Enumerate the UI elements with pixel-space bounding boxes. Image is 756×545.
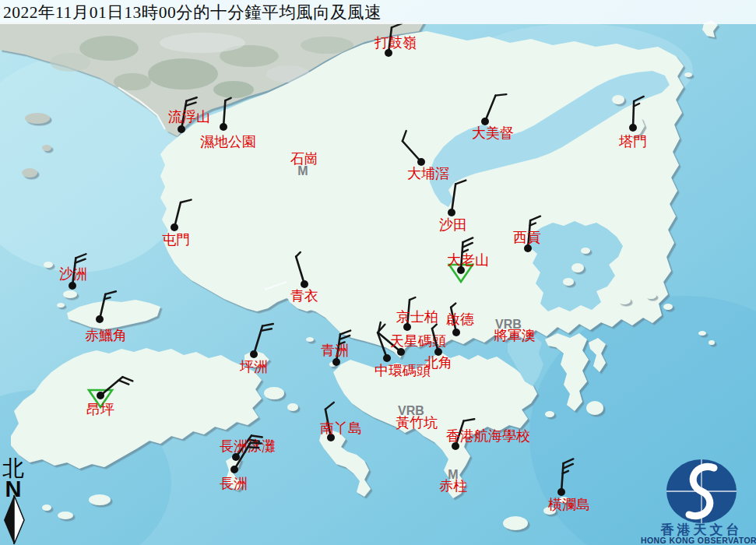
station-label: 將軍澳 (494, 328, 536, 343)
station-dot (97, 392, 104, 399)
station-label: 屯門 (162, 232, 190, 248)
map-canvas: 打鼓嶺流浮山濕地公園M石崗大美督塔門大埔滘沙田西貢大老山屯門青衣沙洲赤鱲角坪洲昂… (0, 0, 756, 545)
station-dot (250, 350, 258, 358)
station-label: 濕地公園 (200, 134, 256, 149)
station-label: 青洲 (321, 343, 349, 358)
wind-barb-tick (251, 443, 262, 444)
station-dot (452, 329, 460, 336)
station-dot (69, 282, 76, 290)
station-dot (448, 209, 455, 216)
station-label: 西貢 (513, 230, 541, 245)
station-label: 赤柱 (439, 478, 467, 494)
station-dot (232, 453, 240, 461)
station-dot (301, 280, 308, 288)
station-dot (230, 466, 238, 473)
station-dot (557, 488, 565, 496)
station-label: 大美督 (472, 125, 514, 141)
station-label: 中環碼頭 (374, 363, 431, 378)
station-label: 青衣 (290, 288, 318, 304)
station-label: 打鼓嶺 (374, 35, 417, 51)
station-dot (481, 118, 489, 125)
station-label: 長洲 (220, 476, 248, 491)
station-dot (629, 124, 637, 132)
station-label: 大老山 (447, 252, 489, 268)
station-dot (96, 315, 104, 323)
station-dot (332, 358, 340, 366)
station-label: 黃竹坑 (396, 415, 438, 431)
wind-barb-tick (495, 94, 506, 95)
station-dot (178, 125, 185, 133)
station-label: 橫瀾島 (548, 497, 590, 512)
station-dot (171, 223, 178, 231)
station-label: 南丫島 (320, 420, 362, 436)
station-label: 大埔滘 (407, 166, 449, 181)
station-label: 沙洲 (59, 266, 87, 282)
station-label: 赤鱲角 (85, 328, 127, 343)
station-label: 香港航海學校 (446, 428, 530, 444)
hko-wind-map: 打鼓嶺流浮山濕地公園M石崗大美督塔門大埔滘沙田西貢大老山屯門青衣沙洲赤鱲角坪洲昂… (0, 0, 756, 545)
station-dot (220, 123, 227, 131)
title-bar: 2022年11月01日13時00分的十分鐘平均風向及風速 (0, 0, 756, 24)
station-dot (383, 354, 391, 362)
station-label: 啟德 (446, 311, 474, 327)
station-label: 坪洲 (239, 359, 268, 374)
wind-barb-tick (248, 447, 258, 448)
station-label: 北角 (424, 355, 452, 371)
station-label: 石崗 (290, 151, 318, 167)
station-label: 流浮山 (168, 109, 210, 125)
station-dot (417, 158, 425, 166)
map-title: 2022年11月01日13時00分的十分鐘平均風向及風速 (3, 1, 382, 23)
station-label: 昂坪 (86, 402, 114, 417)
station-label: 塔門 (618, 134, 647, 149)
station-dot (397, 348, 405, 356)
wind-barb-staff (633, 101, 634, 128)
station-label: 京士柏 (396, 309, 438, 325)
hko-name-en: HONG KONG OBSERVATORY (641, 536, 756, 545)
station-label: 沙田 (439, 217, 467, 233)
station-dot (524, 244, 532, 252)
